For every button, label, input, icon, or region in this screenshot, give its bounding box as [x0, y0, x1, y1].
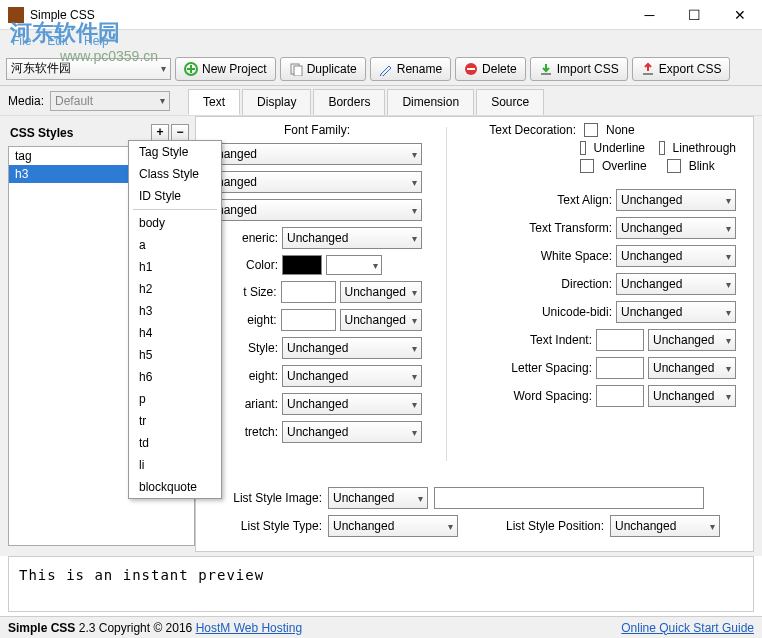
direction-select[interactable]: Unchanged▾ [616, 273, 736, 295]
color-swatch[interactable] [282, 255, 322, 275]
menu-separator [133, 209, 217, 210]
duplicate-button[interactable]: Duplicate [280, 57, 366, 81]
indent-input[interactable] [596, 329, 644, 351]
size-unit[interactable]: Unchanged▾ [340, 281, 422, 303]
linethrough-label: Linethrough [673, 141, 736, 155]
underline-checkbox[interactable] [580, 141, 586, 155]
letter-unit[interactable]: Unchanged▾ [648, 357, 736, 379]
deco-label: Text Decoration: [476, 123, 576, 137]
titlebar: Simple CSS ─ ☐ ✕ [0, 0, 762, 30]
menu-tag-h2[interactable]: h2 [129, 278, 221, 300]
align-select[interactable]: Unchanged▾ [616, 189, 736, 211]
height-input[interactable] [281, 309, 336, 331]
style-select[interactable]: Unchanged▾ [282, 337, 422, 359]
minimize-button[interactable]: ─ [627, 0, 672, 30]
project-select[interactable]: 河东软件园 ▾ [6, 58, 171, 80]
overline-checkbox[interactable] [580, 159, 594, 173]
menu-tag-p[interactable]: p [129, 388, 221, 410]
menu-tag-h6[interactable]: h6 [129, 366, 221, 388]
duplicate-icon [289, 62, 303, 76]
blink-checkbox[interactable] [667, 159, 681, 173]
import-button[interactable]: Import CSS [530, 57, 628, 81]
list-image-label: List Style Image: [212, 491, 322, 505]
chevron-down-icon: ▾ [726, 391, 731, 402]
variant-select[interactable]: Unchanged▾ [282, 393, 422, 415]
export-button[interactable]: Export CSS [632, 57, 731, 81]
maximize-button[interactable]: ☐ [672, 0, 717, 30]
menu-file[interactable]: File [4, 32, 39, 50]
none-checkbox[interactable] [584, 123, 598, 137]
list-pos-label: List Style Position: [484, 519, 604, 533]
media-row: Media: Default ▾ Text Display Borders Di… [0, 86, 762, 116]
menu-tag-h4[interactable]: h4 [129, 322, 221, 344]
export-label: Export CSS [659, 62, 722, 76]
tab-source[interactable]: Source [476, 89, 544, 115]
font-family-2[interactable]: nanged▾ [212, 171, 422, 193]
new-icon [184, 62, 198, 76]
weight-select[interactable]: Unchanged▾ [282, 365, 422, 387]
main: CSS Styles + − tag h3 Font Family: nange… [0, 116, 762, 556]
font-family-1[interactable]: nanged▾ [212, 143, 422, 165]
blink-label: Blink [689, 159, 715, 173]
menu-tag-h1[interactable]: h1 [129, 256, 221, 278]
indent-unit[interactable]: Unchanged▾ [648, 329, 736, 351]
menu-tag-style[interactable]: Tag Style [129, 141, 221, 163]
menu-tag-tr[interactable]: tr [129, 410, 221, 432]
svg-rect-6 [643, 73, 653, 75]
tab-display[interactable]: Display [242, 89, 311, 115]
tab-bar: Text Display Borders Dimension Source [188, 88, 546, 114]
menu-help[interactable]: Help [76, 32, 117, 50]
align-label: Text Align: [476, 193, 612, 207]
list-image-input[interactable] [434, 487, 704, 509]
chevron-down-icon: ▾ [726, 307, 731, 318]
rename-button[interactable]: Rename [370, 57, 451, 81]
linethrough-checkbox[interactable] [659, 141, 665, 155]
transform-label: Text Transform: [476, 221, 612, 235]
word-unit[interactable]: Unchanged▾ [648, 385, 736, 407]
tab-dimension[interactable]: Dimension [387, 89, 474, 115]
menu-tag-body[interactable]: body [129, 212, 221, 234]
new-project-button[interactable]: New Project [175, 57, 276, 81]
word-input[interactable] [596, 385, 644, 407]
guide-link[interactable]: Online Quick Start Guide [621, 621, 754, 635]
tab-text[interactable]: Text [188, 89, 240, 115]
menu-tag-blockquote[interactable]: blockquote [129, 476, 221, 498]
menu-tag-h5[interactable]: h5 [129, 344, 221, 366]
divider [446, 127, 447, 461]
media-select[interactable]: Default ▾ [50, 91, 170, 111]
word-label: Word Spacing: [476, 389, 592, 403]
bidi-select[interactable]: Unchanged▾ [616, 301, 736, 323]
menu-edit[interactable]: Edit [39, 32, 76, 50]
generic-select[interactable]: Unchanged▾ [282, 227, 422, 249]
app-icon [8, 7, 24, 23]
font-family-3[interactable]: nanged▾ [212, 199, 422, 221]
size-input[interactable] [281, 281, 336, 303]
menu-class-style[interactable]: Class Style [129, 163, 221, 185]
tab-borders[interactable]: Borders [313, 89, 385, 115]
list-image-select[interactable]: Unchanged▾ [328, 487, 428, 509]
menu-tag-h3[interactable]: h3 [129, 300, 221, 322]
chevron-down-icon: ▾ [726, 279, 731, 290]
chevron-down-icon: ▾ [726, 363, 731, 374]
list-type-select[interactable]: Unchanged▾ [328, 515, 458, 537]
delete-button[interactable]: Delete [455, 57, 526, 81]
list-pos-select[interactable]: Unchanged▾ [610, 515, 720, 537]
chevron-down-icon: ▾ [412, 205, 417, 216]
whitespace-label: White Space: [476, 249, 612, 263]
chevron-down-icon: ▾ [726, 195, 731, 206]
height-unit[interactable]: Unchanged▾ [340, 309, 422, 331]
export-icon [641, 62, 655, 76]
whitespace-select[interactable]: Unchanged▾ [616, 245, 736, 267]
list-type-label: List Style Type: [212, 519, 322, 533]
stretch-select[interactable]: Unchanged▾ [282, 421, 422, 443]
host-link[interactable]: HostM Web Hosting [196, 621, 302, 635]
menu-tag-a[interactable]: a [129, 234, 221, 256]
color-picker[interactable]: ▾ [326, 255, 382, 275]
close-button[interactable]: ✕ [717, 0, 762, 30]
letter-input[interactable] [596, 357, 644, 379]
transform-select[interactable]: Unchanged▾ [616, 217, 736, 239]
menu-tag-td[interactable]: td [129, 432, 221, 454]
menu-tag-li[interactable]: li [129, 454, 221, 476]
menu-id-style[interactable]: ID Style [129, 185, 221, 207]
properties-panel: Font Family: nanged▾ nanged▾ nanged▾ ene… [195, 116, 754, 552]
